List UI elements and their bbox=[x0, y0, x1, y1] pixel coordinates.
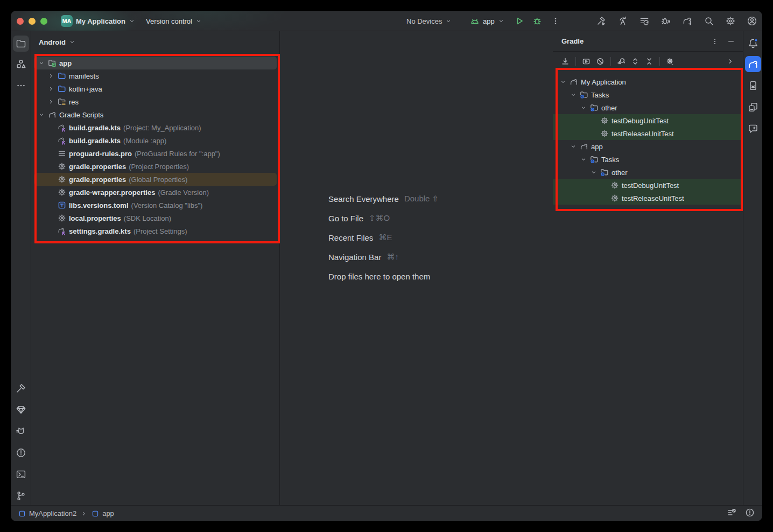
sync-changes-button[interactable] bbox=[639, 16, 650, 26]
gradle-tool-button[interactable] bbox=[745, 56, 761, 72]
hint-keys: ⌘↑ bbox=[386, 252, 399, 262]
hint-label: Search Everywhere bbox=[328, 194, 399, 204]
tree-item-gradle-scripts[interactable]: Gradle Scripts bbox=[34, 108, 277, 121]
expand-all-button[interactable] bbox=[631, 57, 640, 66]
gradle-panel-header: Gradle bbox=[553, 31, 743, 52]
gradle-run-task-button[interactable] bbox=[582, 57, 591, 66]
chevron-down-icon[interactable] bbox=[580, 103, 587, 112]
gemini-assistant-button[interactable] bbox=[745, 121, 761, 137]
gradle-node-app[interactable]: app bbox=[553, 140, 743, 153]
chevron-down-icon bbox=[498, 18, 504, 24]
gradle-panel-hide-button[interactable] bbox=[726, 36, 736, 47]
gradle-settings-button[interactable] bbox=[666, 57, 674, 66]
profile-button[interactable] bbox=[747, 16, 757, 26]
tree-item-proguard-rules[interactable]: proguard-rules.pro (ProGuard Rules for "… bbox=[34, 147, 277, 160]
chevron-right-icon[interactable] bbox=[47, 97, 55, 106]
breadcrumb-module[interactable]: app bbox=[92, 509, 114, 517]
device-manager-button[interactable] bbox=[745, 78, 761, 94]
gradle-sync-all-button[interactable] bbox=[561, 57, 570, 66]
tasks-folder-icon bbox=[600, 168, 609, 177]
task-gear-icon bbox=[600, 116, 609, 125]
close-window-button[interactable] bbox=[17, 18, 24, 25]
more-actions-button[interactable] bbox=[551, 16, 560, 26]
search-everywhere-button[interactable] bbox=[704, 16, 714, 26]
tree-item-gradle-wrapper-properties[interactable]: gradle-wrapper.properties (Gradle Versio… bbox=[34, 186, 277, 199]
chevron-down-icon[interactable] bbox=[570, 90, 577, 99]
gradle-offline-mode-button[interactable] bbox=[596, 57, 605, 66]
tree-item-build-gradle-module[interactable]: build.gradle.kts (Module :app) bbox=[34, 134, 277, 147]
terminal-tool-button[interactable] bbox=[13, 466, 29, 482]
version-control-tool-button[interactable] bbox=[13, 488, 29, 504]
zoom-window-button[interactable] bbox=[40, 18, 47, 25]
event-log-button[interactable] bbox=[727, 508, 736, 519]
run-button[interactable] bbox=[515, 16, 524, 26]
gradle-node-app-other[interactable]: other bbox=[553, 166, 743, 179]
gradle-panel: Gradle bbox=[553, 31, 743, 505]
gradle-task-app-testdebugunittest[interactable]: testDebugUnitTest bbox=[553, 179, 743, 192]
build-hammer-run-icon bbox=[596, 16, 607, 26]
gradle-task-app-testreleaseunittest[interactable]: testReleaseUnitTest bbox=[553, 192, 743, 205]
layered-screens-icon bbox=[748, 102, 758, 113]
download-icon bbox=[561, 57, 570, 66]
chat-sparkle-icon bbox=[748, 123, 758, 134]
chevron-down-icon[interactable] bbox=[559, 78, 567, 86]
gradle-sync-button[interactable] bbox=[682, 16, 693, 26]
problems-tool-button[interactable] bbox=[13, 445, 29, 461]
running-devices-button[interactable] bbox=[745, 99, 761, 115]
apply-code-changes-button[interactable] bbox=[617, 16, 628, 26]
apply-changes-icon bbox=[617, 16, 628, 26]
notifications-button[interactable] bbox=[745, 36, 761, 52]
chevron-right-icon bbox=[81, 510, 87, 517]
logcat-tool-button[interactable] bbox=[13, 423, 29, 439]
gradle-node-other[interactable]: other bbox=[553, 101, 743, 114]
collapse-all-button[interactable] bbox=[645, 57, 653, 66]
chevron-right-icon[interactable] bbox=[47, 85, 55, 93]
problems-indicator-button[interactable] bbox=[745, 508, 755, 519]
properties-gear-icon bbox=[58, 175, 66, 184]
gradle-task-testdebugunittest[interactable]: testDebugUnitTest bbox=[553, 114, 743, 127]
build-run-button[interactable] bbox=[596, 16, 607, 26]
tree-item-res[interactable]: res bbox=[34, 95, 277, 108]
toolbar-more-button[interactable] bbox=[726, 57, 735, 66]
gradle-task-testreleaseunittest[interactable]: testReleaseUnitTest bbox=[553, 127, 743, 140]
tree-item-settings-gradle[interactable]: settings.gradle.kts (Project Settings) bbox=[34, 225, 277, 237]
breadcrumb-project[interactable]: MyApplication2 bbox=[18, 509, 76, 517]
debug-button[interactable] bbox=[532, 16, 542, 26]
settings-button[interactable] bbox=[725, 16, 736, 26]
chevron-right-icon[interactable] bbox=[47, 72, 55, 80]
tree-item-kotlin-java[interactable]: kotlin+java bbox=[34, 82, 277, 95]
resource-manager-tool-button[interactable] bbox=[13, 56, 29, 72]
tree-item-libs-versions-toml[interactable]: libs.versions.toml (Version Catalog "lib… bbox=[34, 199, 277, 212]
gradle-node-app-tasks[interactable]: Tasks bbox=[553, 153, 743, 166]
device-selector[interactable]: No Devices bbox=[406, 11, 452, 31]
build-tool-button[interactable] bbox=[13, 380, 29, 396]
project-tool-button[interactable] bbox=[13, 36, 29, 52]
chevron-down-icon[interactable] bbox=[38, 110, 45, 119]
minimize-window-button[interactable] bbox=[29, 18, 36, 25]
chevron-down-icon[interactable] bbox=[570, 142, 577, 151]
run-task-icon bbox=[582, 57, 591, 66]
properties-gear-icon bbox=[58, 188, 66, 197]
gradle-analyze-button[interactable] bbox=[617, 57, 626, 66]
tree-item-local-properties[interactable]: local.properties (SDK Location) bbox=[34, 212, 277, 225]
project-menu[interactable]: My Application bbox=[76, 11, 135, 31]
gradle-kts-file-icon bbox=[58, 227, 66, 235]
tree-item-build-gradle-project[interactable]: build.gradle.kts (Project: My_Applicatio… bbox=[34, 121, 277, 134]
project-view-selector[interactable]: Android bbox=[31, 31, 279, 53]
tree-item-gradle-properties-project[interactable]: gradle.properties (Project Properties) bbox=[34, 160, 277, 173]
run-configuration-selector[interactable]: app bbox=[470, 11, 504, 31]
chevron-down-icon[interactable] bbox=[580, 155, 587, 164]
gradle-node-tasks[interactable]: Tasks bbox=[553, 88, 743, 101]
chevron-down-icon[interactable] bbox=[38, 59, 45, 67]
profiler-button[interactable] bbox=[660, 16, 671, 26]
chevron-down-icon[interactable] bbox=[590, 168, 598, 177]
app-quality-insights-tool-button[interactable] bbox=[13, 402, 29, 418]
tree-item-manifests[interactable]: manifests bbox=[34, 69, 277, 82]
tree-item-gradle-properties-global[interactable]: gradle.properties (Global Properties) bbox=[34, 173, 277, 186]
tree-item-app[interactable]: app bbox=[34, 57, 277, 69]
more-tool-windows-button[interactable] bbox=[13, 78, 29, 94]
tasks-folder-icon bbox=[580, 90, 588, 99]
gradle-panel-options-button[interactable] bbox=[709, 36, 720, 47]
gradle-node-my-application[interactable]: My Application bbox=[553, 75, 743, 88]
version-control-menu[interactable]: Version control bbox=[146, 11, 202, 31]
